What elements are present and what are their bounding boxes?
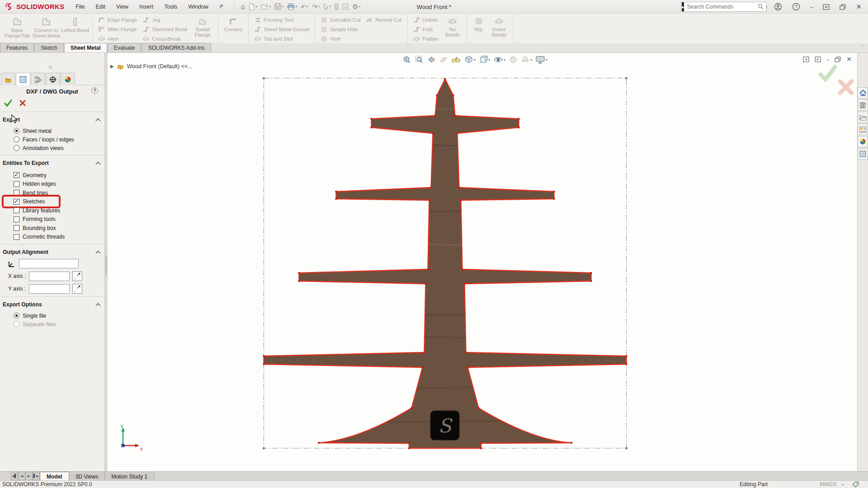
swept-flange-button[interactable]: Swept Flange — [190, 15, 215, 38]
tab-property-manager[interactable] — [16, 73, 30, 85]
tree-expand-icon[interactable]: ▶ — [110, 64, 114, 69]
tab-solidworks-add-ins[interactable]: SOLIDWORKS Add-Ins — [142, 43, 211, 52]
search-icon[interactable] — [758, 4, 764, 10]
appearances-scenes-button[interactable] — [858, 136, 868, 147]
units-selector[interactable]: MMGS — [820, 481, 836, 488]
units-dropdown-icon[interactable]: ▴ — [842, 482, 844, 486]
radio-annotation-views[interactable]: Annotation views — [14, 144, 104, 152]
checkbox-library-features[interactable]: Library features — [14, 206, 104, 215]
view-orientation-button[interactable]: ▾ — [463, 54, 476, 65]
cancel-button[interactable] — [19, 99, 26, 107]
ribbon-collapse-icon[interactable]: ˆ — [861, 45, 864, 51]
wood-front-part[interactable] — [264, 79, 627, 448]
feature-tree-root-label[interactable]: Wood Front (Default) <<... — [127, 63, 193, 70]
collapse-chevron-icon[interactable] — [95, 118, 100, 123]
rebuild-button[interactable] — [333, 2, 340, 11]
print-button[interactable]: ▾ — [286, 2, 298, 11]
file-explorer-button[interactable] — [858, 112, 868, 123]
custom-properties-button[interactable] — [858, 148, 868, 160]
entities-section-header[interactable]: Entities To Export — [3, 159, 101, 167]
tab-evaluate[interactable]: Evaluate — [108, 43, 142, 52]
select-button[interactable]: ▾ — [322, 2, 332, 11]
fold-button[interactable]: Fold — [410, 24, 441, 34]
x-axis-field[interactable] — [29, 272, 70, 281]
menu-file[interactable]: File — [71, 1, 90, 12]
view-palette-button[interactable] — [858, 124, 868, 135]
checkbox-sketches[interactable]: Sketches — [14, 197, 104, 206]
home-button[interactable]: ⌂ — [240, 2, 247, 12]
splitter-handle[interactable] — [105, 255, 107, 275]
miter-flange-button[interactable]: Miter Flange — [95, 24, 140, 34]
pane-left-icon[interactable] — [803, 56, 809, 62]
collapse-chevron-icon[interactable] — [95, 161, 100, 166]
search-input[interactable] — [687, 4, 757, 10]
feature-tree-root[interactable]: ▶ Wood Front (Default) <<... — [110, 63, 193, 70]
edit-appearance-button[interactable] — [508, 54, 519, 65]
tab-model[interactable]: Model — [40, 472, 69, 480]
coordinate-system-field[interactable] — [19, 259, 79, 268]
tab-and-slot-button[interactable]: Tab and Slot — [251, 34, 312, 43]
new-document-button[interactable]: ▾ — [247, 2, 259, 11]
apply-scene-button[interactable]: ▾ — [520, 54, 533, 65]
pane-right-icon[interactable] — [815, 56, 821, 62]
open-document-button[interactable]: ▾ — [259, 3, 272, 11]
previous-view-button[interactable] — [426, 54, 437, 65]
search-commands-box[interactable]: ▸ ▾ — [681, 2, 767, 12]
doc-minimize-icon[interactable]: – — [826, 56, 830, 63]
display-style-button[interactable]: ▾ — [478, 54, 491, 65]
hem-button[interactable]: Hem — [95, 34, 140, 43]
menu-insert[interactable]: Insert — [134, 1, 158, 12]
insert-bends-button[interactable]: Insert Bends — [488, 15, 510, 38]
corners-button[interactable]: Corners — [221, 15, 245, 32]
save-button[interactable]: ▾ — [273, 2, 285, 11]
edge-flange-button[interactable]: Edge Flange — [95, 15, 140, 24]
base-flange-button[interactable]: Base Flange/Tab — [3, 15, 32, 38]
search-dropdown-icon[interactable]: ▾ — [765, 5, 767, 9]
previous-tab-button[interactable]: ◄ — [18, 472, 25, 480]
zoom-to-fit-button[interactable] — [401, 54, 412, 65]
next-tab-button[interactable]: ► — [25, 472, 33, 480]
no-bends-button[interactable]: No Bends — [441, 15, 464, 38]
graphics-area[interactable]: S Y x ▶ Wood Front (Default) <<... — [108, 53, 857, 471]
doc-restore-icon[interactable] — [835, 56, 841, 62]
sheet-metal-gusset-button[interactable]: Sheet Metal Gusset — [251, 24, 312, 34]
confirm-ok-watermark[interactable] — [818, 65, 837, 82]
redo-button[interactable]: ↷▾ — [311, 2, 321, 11]
tab-display-manager[interactable] — [61, 73, 75, 85]
simple-hole-button[interactable]: Simple Hole — [318, 24, 404, 34]
sketched-bend-button[interactable]: Sketched Bend — [140, 24, 190, 34]
undo-button[interactable]: ↶▾ — [299, 2, 310, 11]
normal-cut-button[interactable]: Normal Cut — [363, 15, 404, 24]
panel-help-icon[interactable]: ? — [91, 87, 98, 94]
confirm-cancel-watermark[interactable] — [837, 79, 854, 95]
checkbox-geometry[interactable]: Geometry — [14, 171, 104, 180]
collapse-chevron-icon[interactable] — [95, 250, 100, 255]
close-button[interactable]: ✕ — [853, 2, 864, 12]
menu-edit[interactable]: Edit — [91, 1, 111, 12]
alignment-section-header[interactable]: Output Alignment — [3, 248, 101, 256]
account-icon[interactable] — [771, 2, 785, 12]
first-tab-button[interactable]: ◄▌ — [11, 472, 18, 480]
radio-single-file[interactable]: Single file — [14, 311, 104, 320]
y-axis-field[interactable] — [29, 284, 70, 294]
checkbox-forming-tools[interactable]: Forming tools — [14, 215, 104, 224]
checkbox-hidden-edges[interactable]: Hidden edges — [14, 180, 104, 189]
tab-sketch[interactable]: Sketch — [34, 43, 64, 52]
rip-button[interactable]: Rip — [470, 15, 488, 32]
checkbox-bounding-box[interactable]: Bounding box — [14, 224, 104, 233]
help-icon[interactable]: ? — [789, 2, 803, 12]
collapse-chevron-icon[interactable] — [95, 303, 100, 308]
view-settings-button[interactable]: ▾ — [534, 54, 548, 65]
tab-featuremanager-tree[interactable] — [1, 73, 15, 85]
y-axis-reverse-button[interactable]: ↗↙ — [72, 284, 82, 294]
menu-view[interactable]: View — [111, 1, 133, 12]
jog-button[interactable]: Jog — [140, 15, 190, 24]
zoom-to-area-button[interactable] — [414, 54, 425, 65]
options-section-header[interactable]: Export Options — [3, 300, 101, 309]
extruded-cut-button[interactable]: Extruded Cut — [318, 15, 363, 24]
solidworks-resources-button[interactable] — [858, 87, 868, 99]
pin-menu-icon[interactable] — [218, 4, 224, 9]
checkbox-cosmetic-threads[interactable]: Cosmetic threads — [14, 233, 104, 242]
hide-show-items-button[interactable]: ▾ — [492, 54, 506, 65]
menu-window[interactable]: Window — [183, 1, 213, 12]
